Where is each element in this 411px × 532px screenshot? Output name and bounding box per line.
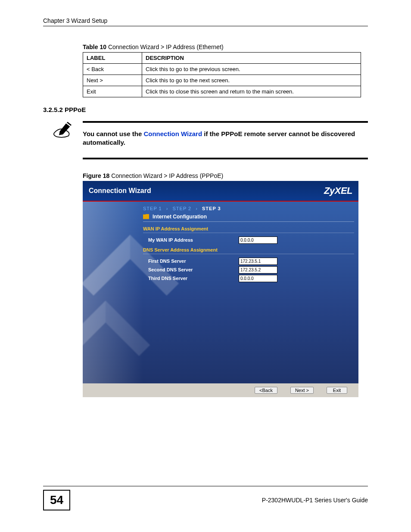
my-wan-ip-label: My WAN IP Address <box>143 237 239 243</box>
note-body: You cannot use the Connection Wizard if … <box>83 121 368 159</box>
table-caption: Table 10 Connection Wizard > IP Address … <box>83 44 368 50</box>
note-pre: You cannot use the <box>83 130 143 137</box>
brand-logo: ZyXEL <box>324 185 352 196</box>
wizard-body: STEP 1 › STEP 2 › STEP 3 Internet Config… <box>83 202 358 383</box>
first-dns-label: First DNS Server <box>143 258 239 264</box>
my-wan-ip-input[interactable] <box>239 236 277 244</box>
chevron-right-icon: › <box>166 206 168 211</box>
note-block: You cannot use the Connection Wizard if … <box>43 121 368 159</box>
wizard-steps: STEP 1 › STEP 2 › STEP 3 <box>143 206 354 211</box>
table-row: Next > Click this to go to the next scre… <box>83 75 361 86</box>
guide-name: P-2302HWUDL-P1 Series User's Guide <box>262 497 368 504</box>
wizard-title: Connection Wizard <box>89 187 151 195</box>
table-caption-text: Connection Wizard > IP Address (Ethernet… <box>106 44 224 50</box>
back-button[interactable]: <Back <box>255 387 277 394</box>
table-cell-description: Click this to go to the previous screen. <box>142 64 361 75</box>
pencil-note-icon <box>43 121 83 159</box>
figure-caption-prefix: Figure 18 <box>83 172 109 179</box>
step-2: STEP 2 <box>173 206 192 211</box>
table-header-label: LABEL <box>83 53 142 64</box>
table-cell-label: < Back <box>83 64 142 75</box>
wizard-content: STEP 1 › STEP 2 › STEP 3 Internet Config… <box>143 206 354 379</box>
wizard-header: Connection Wizard ZyXEL <box>83 181 358 201</box>
table-caption-prefix: Table 10 <box>83 44 106 50</box>
panel-title: Internet Configuration <box>143 214 354 222</box>
panel-title-text: Internet Configuration <box>153 214 207 220</box>
table-row: < Back Click this to go to the previous … <box>83 64 361 75</box>
wizard-screenshot: Connection Wizard ZyXEL STEP 1 › STEP 2 … <box>83 181 358 397</box>
form-row-dns2: Second DNS Server <box>143 266 354 274</box>
table-cell-description: Click this to close this screen and retu… <box>142 86 361 97</box>
table-row: Exit Click this to close this screen and… <box>83 86 361 97</box>
first-dns-input[interactable] <box>239 258 277 265</box>
wan-section-label: WAN IP Address Assignment <box>143 226 354 233</box>
note-link: Connection Wizard <box>143 130 202 137</box>
figure-caption-text: Connection Wizard > IP Address (PPPoE) <box>109 172 223 179</box>
third-dns-label: Third DNS Server <box>143 276 239 281</box>
step-3-active: STEP 3 <box>202 206 221 211</box>
exit-button[interactable]: Exit <box>327 387 347 394</box>
table-cell-label: Next > <box>83 75 142 86</box>
third-dns-input[interactable] <box>239 275 277 282</box>
page-number: 54 <box>43 490 70 510</box>
chevron-right-icon: › <box>196 206 198 211</box>
reference-table: LABEL DESCRIPTION < Back Click this to g… <box>83 52 361 97</box>
chapter-header: Chapter 3 Wizard Setup <box>43 17 368 26</box>
table-cell-description: Click this to go to the next screen. <box>142 75 361 86</box>
table-cell-label: Exit <box>83 86 142 97</box>
form-row-wan-ip: My WAN IP Address <box>143 236 354 244</box>
form-row-dns3: Third DNS Server <box>143 275 354 282</box>
dns-section-label: DNS Server Address Assignment <box>143 247 354 254</box>
second-dns-label: Second DNS Server <box>143 267 239 272</box>
table-header-description: DESCRIPTION <box>142 53 361 64</box>
page-footer: 54 P-2302HWUDL-P1 Series User's Guide <box>43 486 368 510</box>
step-1: STEP 1 <box>143 206 162 211</box>
next-button[interactable]: Next > <box>290 387 314 394</box>
second-dns-input[interactable] <box>239 266 277 274</box>
wizard-footer: <Back Next > Exit <box>83 383 358 397</box>
figure-caption: Figure 18 Connection Wizard > IP Address… <box>83 172 368 179</box>
form-row-dns1: First DNS Server <box>143 258 354 265</box>
folder-icon <box>143 214 149 219</box>
section-heading: 3.2.5.2 PPPoE <box>43 106 368 113</box>
